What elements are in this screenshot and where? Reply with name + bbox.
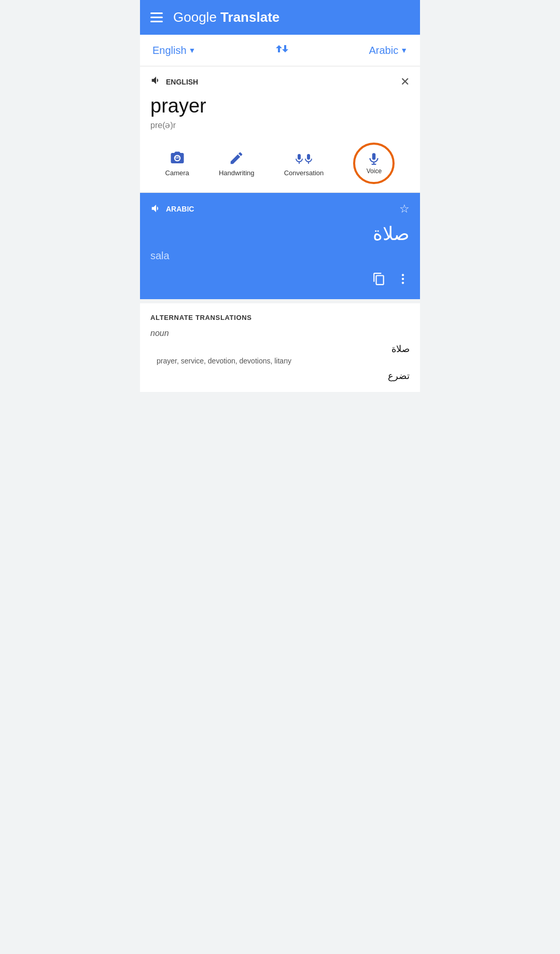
clear-button[interactable]: ✕ bbox=[400, 75, 410, 89]
title-google: Google bbox=[173, 9, 220, 25]
swap-icon bbox=[275, 43, 289, 54]
conversation-button[interactable]: Conversation bbox=[284, 150, 324, 177]
copy-icon bbox=[372, 272, 386, 286]
language-bar: English ▼ Arabic ▼ bbox=[140, 35, 420, 66]
source-word: prayer bbox=[150, 95, 410, 117]
source-phonetic: pre(ə)r bbox=[150, 120, 410, 130]
voice-mic-icon bbox=[367, 152, 381, 165]
copy-button[interactable] bbox=[372, 272, 386, 289]
translation-speaker-icon[interactable] bbox=[150, 203, 162, 216]
target-language-selector[interactable]: Arabic ▼ bbox=[369, 45, 408, 57]
target-language-arrow-icon: ▼ bbox=[400, 46, 408, 54]
alternate-pos-noun: noun bbox=[150, 329, 410, 338]
alternate-arabic-1: صلاة bbox=[157, 343, 410, 355]
app-header: Google Translate bbox=[140, 0, 420, 35]
handwriting-icon bbox=[229, 150, 244, 166]
svg-rect-1 bbox=[298, 154, 301, 160]
alternate-arabic-2: تضرع bbox=[157, 370, 410, 382]
svg-text:AR: AR bbox=[174, 156, 179, 159]
title-translate: Translate bbox=[220, 9, 279, 25]
voice-button[interactable]: Voice bbox=[353, 143, 395, 184]
swap-languages-button[interactable] bbox=[275, 43, 289, 58]
voice-highlight-circle: Voice bbox=[353, 143, 395, 184]
translation-header: ARABIC ☆ bbox=[150, 202, 410, 216]
source-language-label: English bbox=[152, 45, 187, 57]
translation-language-label: ARABIC bbox=[150, 203, 194, 216]
input-area: ENGLISH ✕ prayer pre(ə)r AR Camera Handw… bbox=[140, 66, 420, 193]
translation-area: ARABIC ☆ صلاة sala bbox=[140, 193, 420, 299]
input-header: ENGLISH ✕ bbox=[150, 75, 410, 89]
speaker-icon[interactable] bbox=[150, 75, 162, 89]
translated-word-romanized: sala bbox=[150, 250, 410, 262]
translation-lang-text: ARABIC bbox=[166, 205, 194, 213]
svg-rect-3 bbox=[307, 154, 310, 160]
alternate-translations-title: ALTERNATE TRANSLATIONS bbox=[150, 314, 410, 321]
input-language-label: ENGLISH bbox=[150, 75, 198, 89]
camera-icon: AR bbox=[170, 150, 185, 166]
svg-point-9 bbox=[402, 278, 404, 280]
alternate-translations-section: ALTERNATE TRANSLATIONS noun صلاة prayer,… bbox=[140, 303, 420, 392]
source-language-arrow-icon: ▼ bbox=[189, 46, 196, 54]
input-lang-text: ENGLISH bbox=[166, 78, 198, 86]
conversation-icon bbox=[295, 150, 313, 166]
more-options-button[interactable] bbox=[396, 272, 410, 289]
input-actions-row: AR Camera Handwriting Conversation bbox=[150, 138, 410, 186]
translated-word-arabic: صلاة bbox=[150, 223, 410, 245]
svg-point-8 bbox=[402, 274, 404, 276]
menu-button[interactable] bbox=[150, 12, 163, 22]
favorite-button[interactable]: ☆ bbox=[399, 202, 410, 216]
handwriting-button[interactable]: Handwriting bbox=[219, 150, 255, 177]
app-title: Google Translate bbox=[173, 9, 279, 25]
camera-button[interactable]: AR Camera bbox=[165, 150, 189, 177]
svg-point-10 bbox=[402, 282, 404, 284]
svg-rect-5 bbox=[372, 153, 376, 160]
conversation-label: Conversation bbox=[284, 169, 324, 177]
more-icon bbox=[396, 272, 410, 286]
alternate-meanings-1: prayer, service, devotion, devotions, li… bbox=[157, 357, 410, 365]
source-language-selector[interactable]: English ▼ bbox=[152, 45, 195, 57]
translation-footer bbox=[150, 272, 410, 289]
camera-label: Camera bbox=[165, 169, 189, 177]
voice-label: Voice bbox=[367, 167, 382, 175]
handwriting-label: Handwriting bbox=[219, 169, 255, 177]
target-language-label: Arabic bbox=[369, 45, 398, 57]
